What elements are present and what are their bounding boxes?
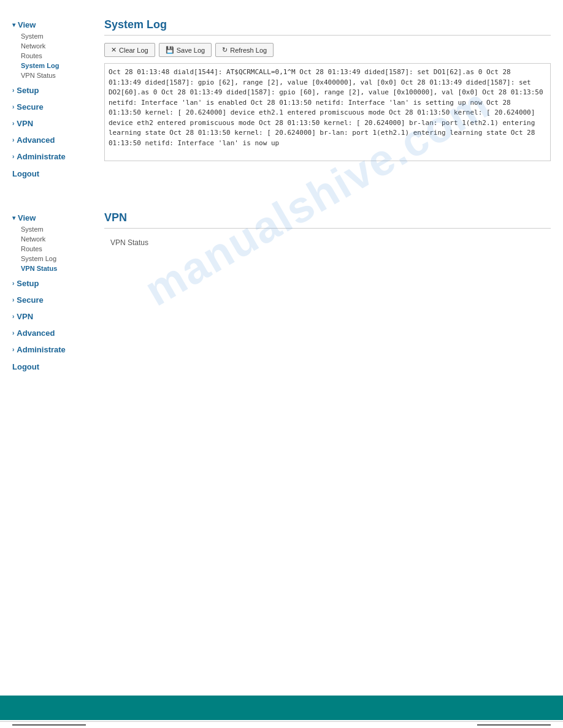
administrate-arrow-top: ›: [12, 153, 14, 160]
sidebar-vpn-top[interactable]: › VPN: [12, 117, 92, 130]
refresh-log-button[interactable]: ↻ Refresh Log: [215, 43, 274, 57]
system-log-divider: [104, 35, 551, 36]
log-output: Oct 28 01:13:48 diald[1544]: AT$QCRMCALL…: [104, 63, 551, 161]
secure-arrow-top: ›: [12, 104, 14, 110]
sidebar-setup-bottom[interactable]: › Setup: [12, 277, 92, 290]
system-log-panel: System Log ✕ Clear Log 💾 Save Log ↻ Refr…: [98, 12, 563, 187]
sidebar-item-routes-bottom[interactable]: Routes: [12, 244, 92, 254]
clear-icon: ✕: [111, 46, 117, 54]
view-arrow-bottom: ▾: [12, 214, 15, 221]
save-icon: 💾: [166, 46, 174, 54]
vpn-divider: [104, 228, 551, 229]
footer-line-right: [477, 724, 551, 726]
sidebar-top: ▾ View System Network Routes System Log …: [0, 12, 98, 187]
sidebar-item-routes-top[interactable]: Routes: [12, 51, 92, 61]
sidebar-view-label-bottom: View: [18, 213, 36, 222]
sidebar-view-label-top: View: [18, 20, 36, 29]
sidebar-advanced-bottom[interactable]: › Advanced: [12, 327, 92, 339]
sidebar-setup-label-top: Setup: [17, 86, 39, 95]
sidebar-advanced-top[interactable]: › Advanced: [12, 134, 92, 146]
sidebar-setup-label-bottom: Setup: [17, 279, 39, 288]
sidebar-secure-bottom[interactable]: › Secure: [12, 294, 92, 306]
sidebar-administrate-top[interactable]: › Administrate: [12, 150, 92, 163]
sidebar-bottom: ▾ View System Network Routes System Log …: [0, 205, 98, 380]
sidebar-setup-top[interactable]: › Setup: [12, 84, 92, 97]
sidebar-vpn-label-top: VPN: [17, 119, 33, 128]
administrate-arrow-bottom: ›: [12, 346, 14, 353]
sidebar-vpn-label-bottom: VPN: [17, 312, 33, 321]
advanced-arrow-top: ›: [12, 137, 14, 143]
sidebar-item-vpnstatus-top[interactable]: VPN Status: [12, 70, 92, 80]
logout-link-bottom[interactable]: Logout: [12, 360, 92, 374]
sidebar-item-systemlog-bottom[interactable]: System Log: [12, 254, 92, 264]
clear-log-label: Clear Log: [119, 47, 148, 54]
refresh-icon: ↻: [222, 46, 228, 54]
sidebar-administrate-label-bottom: Administrate: [17, 345, 65, 354]
sidebar-secure-top[interactable]: › Secure: [12, 100, 92, 113]
sidebar-item-vpnstatus-bottom[interactable]: VPN Status: [12, 264, 92, 273]
sidebar-advanced-label-bottom: Advanced: [17, 328, 55, 338]
log-button-bar: ✕ Clear Log 💾 Save Log ↻ Refresh Log: [104, 43, 551, 57]
save-log-button[interactable]: 💾 Save Log: [159, 43, 212, 57]
sidebar-item-systemlog-top[interactable]: System Log: [12, 61, 92, 70]
footer-lines: [0, 721, 563, 728]
refresh-log-label: Refresh Log: [230, 47, 267, 54]
vpn-title: VPN: [104, 211, 551, 224]
advanced-arrow-bottom: ›: [12, 330, 14, 336]
secure-arrow-bottom: ›: [12, 297, 14, 303]
setup-arrow-top: ›: [12, 87, 14, 94]
footer-bar: [0, 696, 563, 720]
setup-arrow-bottom: ›: [12, 280, 14, 287]
sidebar-advanced-label-top: Advanced: [17, 135, 55, 145]
sidebar-secure-label-top: Secure: [17, 102, 43, 112]
sidebar-administrate-label-top: Administrate: [17, 152, 65, 161]
sidebar-item-system-bottom[interactable]: System: [12, 224, 92, 234]
sidebar-item-system-top[interactable]: System: [12, 31, 92, 41]
logout-link-top[interactable]: Logout: [12, 167, 92, 181]
footer-line-left: [12, 724, 86, 726]
sidebar-item-network-top[interactable]: Network: [12, 41, 92, 51]
system-log-title: System Log: [104, 18, 551, 31]
vpn-arrow-top: ›: [12, 120, 14, 127]
sidebar-view-bottom[interactable]: ▾ View: [12, 211, 92, 224]
sidebar-item-network-bottom[interactable]: Network: [12, 234, 92, 244]
vpn-status-link[interactable]: VPN Status: [104, 236, 551, 249]
sidebar-administrate-bottom[interactable]: › Administrate: [12, 343, 92, 356]
sidebar-secure-label-bottom: Secure: [17, 295, 43, 305]
clear-log-button[interactable]: ✕ Clear Log: [104, 43, 155, 57]
save-log-label: Save Log: [177, 47, 205, 54]
sidebar-vpn-bottom[interactable]: › VPN: [12, 310, 92, 323]
vpn-panel: VPN VPN Status: [98, 205, 563, 380]
sidebar-view-top[interactable]: ▾ View: [12, 18, 92, 31]
vpn-arrow-bottom: ›: [12, 313, 14, 320]
view-arrow-top: ▾: [12, 21, 15, 28]
